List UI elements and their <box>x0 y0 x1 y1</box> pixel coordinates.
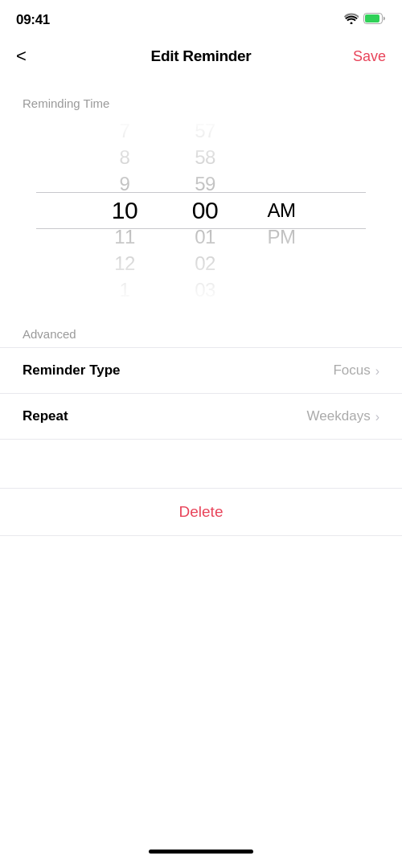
minute-59: 59 <box>165 171 245 198</box>
delete-section: Delete <box>0 488 402 536</box>
nav-bar: < Edit Reminder Save <box>0 35 402 77</box>
reminder-type-chevron-icon: › <box>375 364 379 379</box>
hour-10-selected: 10 <box>84 198 165 224</box>
wifi-icon <box>344 13 359 27</box>
ampm-am-selected: AM <box>245 198 318 224</box>
ampm-empty-5 <box>245 276 318 303</box>
minute-58: 58 <box>165 145 245 171</box>
status-bar: 09:41 <box>0 0 402 35</box>
page-title: Edit Reminder <box>151 47 252 65</box>
ampm-pm: PM <box>245 223 318 250</box>
repeat-chevron-icon: › <box>375 410 379 424</box>
minute-03: 03 <box>165 276 245 303</box>
hour-11: 11 <box>84 223 165 250</box>
status-icons <box>344 13 386 27</box>
repeat-row[interactable]: Repeat Weekdays › <box>0 394 402 440</box>
ampm-empty-3 <box>245 171 318 198</box>
reminder-type-right: Focus › <box>333 362 379 379</box>
minute-57: 57 <box>165 118 245 145</box>
status-time: 09:41 <box>16 12 50 28</box>
hours-column[interactable]: 7 8 9 10 11 12 1 <box>84 118 165 303</box>
time-picker-columns: 7 8 9 10 11 12 1 57 58 59 00 01 02 03 AM… <box>0 118 402 303</box>
hour-9: 9 <box>84 171 165 198</box>
repeat-right: Weekdays › <box>307 408 379 424</box>
minutes-column[interactable]: 57 58 59 00 01 02 03 <box>165 118 245 303</box>
reminding-time-label: Reminding Time <box>0 77 402 118</box>
minute-01: 01 <box>165 223 245 250</box>
repeat-value: Weekdays <box>307 408 371 424</box>
advanced-label: Advanced <box>0 303 402 347</box>
time-picker[interactable]: 7 8 9 10 11 12 1 57 58 59 00 01 02 03 AM… <box>0 118 402 303</box>
svg-rect-1 <box>365 14 379 23</box>
minute-00-selected: 00 <box>165 198 245 224</box>
minute-02: 02 <box>165 250 245 276</box>
reminder-type-label: Reminder Type <box>23 362 121 379</box>
delete-button[interactable]: Delete <box>0 489 402 535</box>
ampm-empty-2 <box>245 145 318 171</box>
ampm-column[interactable]: AM PM <box>245 118 318 303</box>
ampm-empty-1 <box>245 118 318 145</box>
hour-12: 12 <box>84 250 165 276</box>
repeat-label: Repeat <box>23 408 68 424</box>
save-button[interactable]: Save <box>351 48 386 65</box>
reminder-type-row[interactable]: Reminder Type Focus › <box>0 347 402 394</box>
back-button[interactable]: < <box>16 46 51 67</box>
advanced-list: Reminder Type Focus › Repeat Weekdays › <box>0 347 402 440</box>
hour-7: 7 <box>84 118 165 145</box>
hour-1: 1 <box>84 276 165 303</box>
hour-8: 8 <box>84 145 165 171</box>
battery-icon <box>363 13 386 27</box>
home-indicator <box>149 850 253 854</box>
reminder-type-value: Focus <box>333 362 370 379</box>
ampm-empty-4 <box>245 250 318 276</box>
